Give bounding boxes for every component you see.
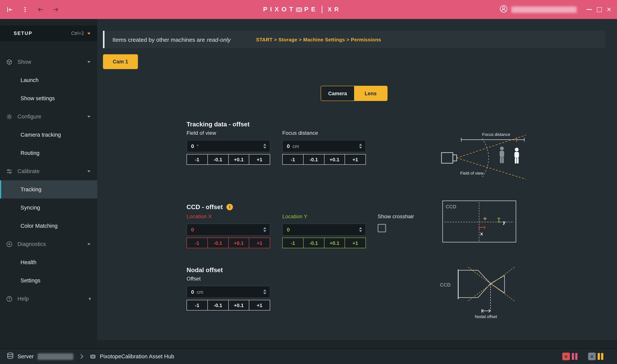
fov-step-minus-1[interactable]: -1 <box>187 154 208 165</box>
fov-step-minus-01[interactable]: -0.1 <box>207 154 229 165</box>
locx-step-plus-1[interactable]: +1 <box>249 238 270 248</box>
diagnostics-icon <box>6 241 13 247</box>
tab-lens[interactable]: Lens <box>354 86 387 101</box>
person-grey-icon <box>500 146 504 163</box>
back-arrow-icon[interactable] <box>34 3 46 16</box>
tracking-offset-title: Tracking data - offset <box>187 120 250 128</box>
focus-step-plus-01[interactable]: +0.1 <box>324 154 345 165</box>
field-of-view-group: Field of view 0 ° -1 -0.1 +0.1 +1 <box>187 130 270 165</box>
camera-lens-tabs: Camera Lens <box>321 86 387 101</box>
sidebar-item-settings[interactable]: Settings <box>0 271 97 290</box>
readonly-notice-text: Items created by other machines areread-… <box>112 36 231 43</box>
sidebar-item-calibrate[interactable]: Calibrate <box>0 162 97 180</box>
nodal-step-minus-1[interactable]: -1 <box>187 300 208 311</box>
locy-step-plus-1[interactable]: +1 <box>345 238 366 248</box>
chevron-down-icon <box>87 116 90 117</box>
ccd-diagram: CCD y x <box>442 200 517 243</box>
tab-camera[interactable]: Camera <box>321 86 354 101</box>
info-icon[interactable]: i <box>227 204 233 210</box>
nodal-offset-label: Offset <box>187 275 270 282</box>
focus-distance-steppers: -1 -0.1 +0.1 +1 <box>282 154 366 165</box>
sidebar-item-configure[interactable]: Configure <box>0 107 97 126</box>
sidebar-item-show-settings[interactable]: Show settings <box>0 89 97 107</box>
sidebar: SETUP Ctrl+2 Show Launch Show settings <box>0 19 97 349</box>
brand-divider <box>322 6 322 13</box>
focus-step-plus-1[interactable]: +1 <box>345 154 366 165</box>
sidebar-item-diagnostics[interactable]: Diagnostics <box>0 235 97 253</box>
spinner-arrows[interactable] <box>263 227 266 232</box>
sidebar-item-camera-tracking[interactable]: Camera tracking <box>0 126 97 144</box>
show-crosshair-group: Show crosshair <box>378 213 414 232</box>
pause-engine-amber-icon[interactable] <box>598 353 603 360</box>
locx-step-plus-01[interactable]: +0.1 <box>228 238 249 248</box>
chevron-left-icon <box>89 297 90 300</box>
svg-text:Nodal offset: Nodal offset <box>475 314 497 319</box>
location-x-group: Location X 0 -1 -0.1 +0.1 +1 <box>187 213 270 248</box>
sidebar-item-color-matching[interactable]: Color Matching <box>0 217 97 235</box>
fov-step-plus-01[interactable]: +0.1 <box>228 154 249 165</box>
stop-engine-red-icon[interactable]: × <box>562 353 570 360</box>
server-name-redacted <box>37 353 73 360</box>
statusbar: Server PixotopeCalibration Asset Hub × × <box>0 349 617 364</box>
pause-engine-pink-icon[interactable] <box>572 353 577 360</box>
locy-step-minus-1[interactable]: -1 <box>282 238 303 248</box>
sidebar-item-help[interactable]: Help <box>0 290 97 308</box>
focus-distance-input[interactable]: 0 cm <box>282 140 366 152</box>
setup-mode-selector[interactable]: SETUP Ctrl+2 <box>0 26 97 41</box>
server-icon <box>7 352 14 361</box>
main-content: Items created by other machines areread-… <box>97 19 617 349</box>
fov-diagram: Focus distance Field of view <box>439 131 527 181</box>
locy-step-plus-01[interactable]: +0.1 <box>324 238 345 248</box>
sidebar-item-routing[interactable]: Routing <box>0 144 97 162</box>
fov-step-plus-1[interactable]: +1 <box>249 154 270 165</box>
readonly-notice-bar: Items created by other machines areread-… <box>103 31 605 48</box>
svg-text:CCD: CCD <box>440 282 451 288</box>
sidebar-item-syncing[interactable]: Syncing <box>0 198 97 217</box>
focus-step-minus-1[interactable]: -1 <box>282 154 303 165</box>
nodal-offset-input[interactable]: 0 cm <box>187 286 270 298</box>
minimize-button[interactable] <box>586 9 592 10</box>
maximize-button[interactable] <box>597 7 602 12</box>
svg-text:Field of view: Field of view <box>460 171 483 176</box>
nodal-step-plus-1[interactable]: +1 <box>249 300 270 311</box>
titlebar: PIXOT PE XR × <box>0 0 617 19</box>
chevron-down-icon <box>87 243 90 245</box>
cam-1-button[interactable]: Cam 1 <box>103 54 138 69</box>
sidebar-item-show[interactable]: Show <box>0 53 97 71</box>
kebab-menu-icon[interactable] <box>19 3 31 16</box>
user-account-icon[interactable] <box>499 5 507 14</box>
spinner-arrows[interactable] <box>359 144 362 149</box>
breadcrumb[interactable]: START > Storage > Machine Settings > Per… <box>256 37 381 42</box>
nodal-step-minus-01[interactable]: -0.1 <box>207 300 229 311</box>
product-label: XR <box>328 6 341 13</box>
show-crosshair-checkbox[interactable] <box>378 224 386 232</box>
setup-label: SETUP <box>14 31 32 36</box>
spinner-arrows[interactable] <box>263 289 266 294</box>
field-of-view-input[interactable]: 0 ° <box>187 140 270 152</box>
nodal-step-plus-01[interactable]: +0.1 <box>228 300 249 311</box>
nodal-offset-group: Offset 0 cm -1 -0.1 +0.1 +1 <box>187 275 270 311</box>
locx-step-minus-01[interactable]: -0.1 <box>207 238 229 248</box>
sidebar-item-tracking[interactable]: Tracking <box>0 180 97 198</box>
sidebar-item-health[interactable]: Health <box>0 253 97 271</box>
forward-arrow-icon[interactable] <box>49 3 62 16</box>
location-x-steppers: -1 -0.1 +0.1 +1 <box>187 238 270 248</box>
spinner-arrows[interactable] <box>263 144 266 149</box>
spinner-arrows[interactable] <box>359 227 362 232</box>
stop-engine-grey-icon[interactable]: × <box>588 353 596 360</box>
close-button[interactable]: × <box>606 6 611 13</box>
gear-icon <box>6 113 13 120</box>
locy-step-minus-01[interactable]: -0.1 <box>303 238 324 248</box>
locx-step-minus-1[interactable]: -1 <box>187 238 208 248</box>
sliders-icon <box>6 168 13 174</box>
focus-step-minus-01[interactable]: -0.1 <box>303 154 324 165</box>
location-y-steppers: -1 -0.1 +0.1 +1 <box>282 238 366 248</box>
collapse-sidebar-icon[interactable] <box>4 3 16 16</box>
chevron-down-icon <box>87 32 90 34</box>
location-y-label: Location Y <box>282 213 366 220</box>
nodal-offset-steppers: -1 -0.1 +0.1 +1 <box>187 300 270 311</box>
field-of-view-label: Field of view <box>187 130 270 137</box>
location-y-input[interactable]: 0 <box>282 223 366 236</box>
sidebar-item-launch[interactable]: Launch <box>0 71 97 89</box>
location-x-input[interactable]: 0 <box>187 223 270 236</box>
